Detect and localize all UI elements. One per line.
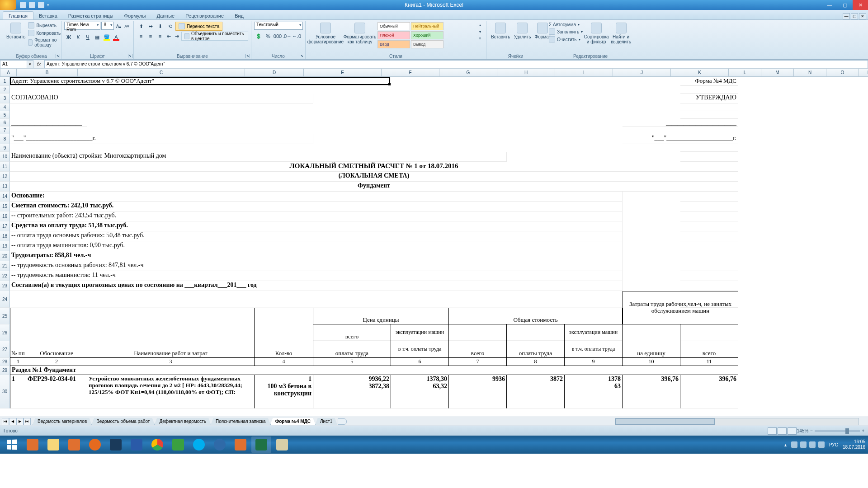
taskbar-skype[interactable] [189, 436, 209, 453]
delete-cells-button[interactable]: Удалить [512, 22, 533, 40]
spreadsheet-grid[interactable]: ABCDEFGHIJKLMNOP 12345678910111213141516… [0, 69, 868, 417]
tab-view[interactable]: Вид [229, 12, 249, 19]
zoom-level[interactable]: 145% [797, 428, 809, 433]
tab-page-layout[interactable]: Разметка страницы [63, 12, 119, 19]
cell-row-15[interactable]: Сметная стоимость: 242,10 тыс.руб. [10, 202, 623, 211]
hdr-obosn[interactable]: Обоснование [26, 308, 87, 358]
row-header-26[interactable]: 26 [0, 324, 10, 341]
cell-A10[interactable]: Наименование (объекта) стройки: Многоква… [10, 152, 507, 162]
underline-button[interactable]: Ч [83, 33, 92, 42]
taskbar-file-explorer[interactable] [43, 436, 63, 453]
hdr-num-5[interactable]: 5 [313, 358, 391, 366]
hdr-npp[interactable]: № пп [10, 308, 26, 358]
align-middle-button[interactable]: ⬌ [146, 22, 155, 31]
sheet-nav-last[interactable]: ⏭ [24, 418, 31, 425]
row-header-30[interactable]: 30 [0, 375, 10, 408]
hdr-h-blank[interactable] [507, 324, 565, 341]
sheet-tab-0[interactable]: Ведомость материалов [33, 418, 92, 425]
cell-K8[interactable]: "___"_____________________г. [623, 134, 738, 144]
clipboard-dialog-launcher[interactable]: ⬊ [56, 54, 60, 58]
sheet-nav-prev[interactable]: ◀ [9, 418, 16, 425]
styles-scroll-up[interactable]: ▴ [477, 22, 483, 28]
align-top-button[interactable]: ⬆ [137, 22, 146, 31]
sheet-tab-2[interactable]: Дефектная ведомость [154, 418, 211, 425]
tray-language[interactable]: РУС [829, 442, 838, 447]
hdr-num-7[interactable]: 7 [449, 358, 507, 366]
view-page-layout-button[interactable] [778, 427, 787, 435]
paste-button[interactable]: Вставить [5, 22, 27, 48]
workbook-close-button[interactable]: ✕ [859, 13, 866, 19]
cell-row-22[interactable]: -- трудоемкость машинистов: 11 чел.-ч [10, 271, 623, 281]
column-header-K[interactable]: K [671, 69, 729, 76]
row-header-10[interactable]: 10 [0, 152, 10, 162]
taskbar-app-2[interactable] [64, 436, 84, 453]
hdr-naim[interactable]: Наименование работ и затрат [87, 308, 255, 358]
align-bottom-button[interactable]: ⬇ [156, 22, 165, 31]
format-as-table-button[interactable]: Форматировать как таблицу [343, 22, 377, 49]
cell-row-23[interactable]: Составлен(а) в текущих прогнозных ценах … [10, 281, 623, 291]
cell-row-21[interactable]: -- трудоемкость основных рабочих: 847,81… [10, 261, 623, 271]
hdr-g-vsego[interactable]: всего [449, 341, 507, 358]
merge-center-button[interactable]: Объединить и поместить в центре [181, 32, 248, 41]
cell-A8[interactable]: "___"_____________________г. [10, 134, 313, 144]
taskbar-app-1[interactable] [23, 436, 42, 453]
row-header-28[interactable]: 28 [0, 358, 10, 366]
hdr-num-9[interactable]: 9 [565, 358, 623, 366]
style-neutral[interactable]: Нейтральный [411, 22, 443, 30]
taskbar-thunderbird[interactable] [210, 436, 230, 453]
row-header-15[interactable]: 15 [0, 202, 10, 211]
cell-A1[interactable]: Адепт: Управление строительством v 6.7 ©… [10, 77, 391, 86]
cell-K3[interactable]: УТВЕРЖДАЮ [680, 94, 738, 103]
data-s-eksp[interactable]: 1378 63 [565, 375, 623, 408]
column-header-A[interactable]: A [0, 69, 17, 76]
horizontal-scrollbar[interactable] [615, 418, 859, 425]
number-dialog-launcher[interactable]: ⬊ [300, 54, 304, 58]
title-row-13[interactable]: Фундамент [10, 182, 738, 192]
style-input[interactable]: Ввод [377, 40, 410, 48]
hdr-zatr[interactable]: Затраты труда рабочих,чел-ч, не занятых … [623, 291, 738, 324]
style-bad[interactable]: Плохой [377, 31, 410, 39]
row-header-24[interactable]: 24 [0, 291, 10, 308]
row-header-7[interactable]: 7 [0, 127, 10, 134]
taskbar-paint[interactable] [272, 436, 292, 453]
sheet-tab-4[interactable]: Форма №4 МДС [270, 418, 316, 425]
title-row-11[interactable]: ЛОКАЛЬНЫЙ СМЕТНЫЙ РАСЧЕТ № 1 от 18.07.20… [10, 162, 738, 172]
column-header-H[interactable]: H [497, 69, 555, 76]
taskbar-app-3[interactable] [168, 436, 188, 453]
new-sheet-button[interactable] [338, 418, 347, 425]
decrease-indent-button[interactable]: ⇤ [165, 32, 173, 41]
font-color-button[interactable]: A [112, 33, 121, 42]
hdr-num-11[interactable]: 11 [680, 358, 738, 366]
row-header-17[interactable]: 17 [0, 221, 10, 231]
sheet-tab-3[interactable]: Пояснительная записка [211, 418, 271, 425]
row-header-2[interactable]: 2 [0, 86, 10, 94]
cut-button[interactable]: Вырезать [27, 22, 61, 29]
hdr-g-blank[interactable] [449, 324, 507, 341]
font-size-combo[interactable]: 8 [101, 22, 114, 30]
column-header-J[interactable]: J [613, 69, 671, 76]
data-s-vsego[interactable]: 9936 [449, 375, 507, 408]
row-header-23[interactable]: 23 [0, 281, 10, 291]
cell-row-18[interactable]: -- оплата труда основных рабочих: 50,48 … [10, 231, 623, 241]
align-right-button[interactable]: ≡ [156, 32, 165, 41]
workbook-restore-button[interactable]: ▢ [851, 13, 858, 19]
row-header-25[interactable]: 25 [0, 308, 10, 324]
hdr-num-3[interactable]: 3 [87, 358, 255, 366]
row-header-1[interactable]: 1 [0, 77, 10, 86]
tray-network-icon[interactable] [809, 441, 816, 448]
column-header-N[interactable]: N [794, 69, 826, 76]
formula-input[interactable]: Адепт: Управление строительством v 6.7 ©… [44, 60, 868, 68]
tray-icon-2[interactable] [800, 441, 807, 448]
maximize-button[interactable]: ▢ [837, 0, 853, 10]
hdr-e-opl[interactable]: оплаты труда [313, 341, 391, 358]
style-good[interactable]: Хороший [411, 31, 443, 39]
styles-more-button[interactable]: ≡ [477, 35, 483, 42]
font-name-combo[interactable]: Times New Rom [64, 22, 100, 30]
tray-volume-icon[interactable] [818, 441, 825, 448]
hdr-i-ekspl[interactable]: эксплуатации машин [565, 324, 623, 341]
data-code[interactable]: ФЕР29-02-034-01 [26, 375, 87, 408]
find-select-button[interactable]: Найти и выделить [609, 22, 633, 45]
autosum-button[interactable]: Σ Автосумма▾ [548, 22, 584, 28]
font-dialog-launcher[interactable]: ⬊ [128, 54, 132, 58]
row-header-12[interactable]: 12 [0, 172, 10, 182]
